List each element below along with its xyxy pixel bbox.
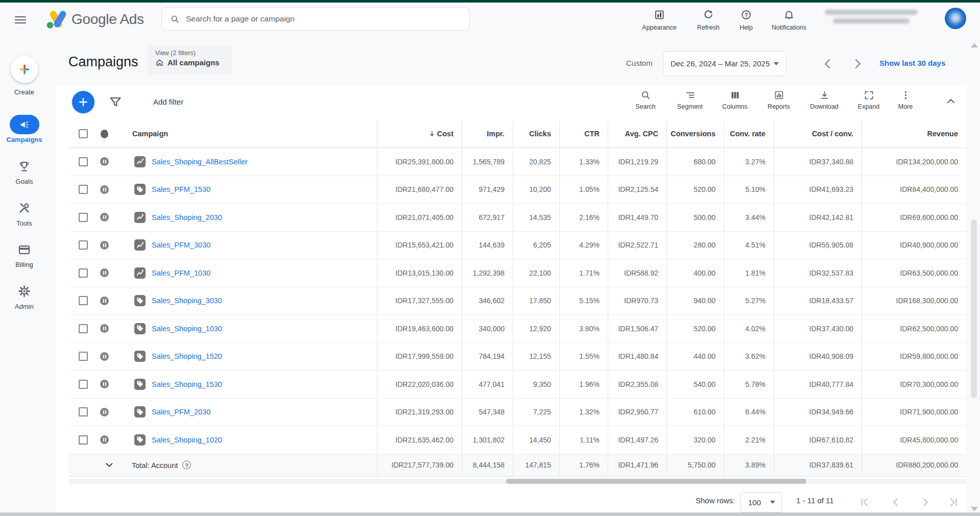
select-all-checkbox[interactable] (79, 129, 88, 138)
notifications-button[interactable]: Notifications (772, 9, 806, 31)
campaign-link[interactable]: Sales_Shoping_1520 (152, 352, 222, 360)
sidebar-item-campaigns[interactable] (10, 115, 39, 134)
global-search[interactable] (161, 7, 470, 31)
campaign-cell: Sales_Shoping_1530 (68, 371, 377, 398)
goals-trophy-icon[interactable] (17, 160, 31, 174)
date-prev-icon[interactable] (821, 57, 835, 71)
campaign-link[interactable]: Sales_PFM_2030 (152, 408, 210, 416)
toolbar-segment-button[interactable]: Segment (666, 90, 713, 110)
vertical-scrollbar[interactable] (971, 219, 977, 398)
row-checkbox[interactable] (79, 157, 88, 166)
metric-cell-5: 440.00 (666, 343, 724, 371)
appearance-button[interactable]: Appearance (642, 9, 676, 31)
campaign-link[interactable]: Sales_PFM_3030 (152, 241, 210, 249)
paused-status-icon[interactable] (100, 213, 109, 222)
row-checkbox[interactable] (79, 380, 88, 389)
campaign-link[interactable]: Sales_Shoping_AllBestSeller (152, 158, 248, 166)
column-header-cost-conv-[interactable]: Cost / conv. (774, 120, 862, 148)
paused-status-icon[interactable] (100, 297, 109, 305)
sidebar-item-create[interactable] (11, 56, 38, 83)
metric-cell-6: 4.02% (724, 315, 774, 342)
refresh-button[interactable]: Refresh (697, 9, 720, 31)
paused-status-icon[interactable] (100, 324, 109, 333)
toolbar-download-button[interactable]: Download (801, 90, 848, 110)
table-header-row: CampaignCostImpr.ClicksCTRAvg. CPCConver… (68, 120, 966, 148)
row-checkbox[interactable] (79, 213, 88, 222)
filter-funnel-icon[interactable] (108, 94, 123, 110)
shopping-campaign-icon (134, 323, 146, 334)
show-last-30-days-link[interactable]: Show last 30 days (879, 59, 945, 67)
campaign-link[interactable]: Sales_Shoping_1020 (152, 436, 222, 444)
row-checkbox[interactable] (79, 352, 88, 361)
tools-icon[interactable] (17, 201, 31, 215)
collapse-panel-icon[interactable] (944, 94, 958, 108)
paused-status-icon[interactable] (100, 185, 109, 194)
paused-status-icon[interactable] (100, 157, 109, 166)
campaign-link[interactable]: Sales_Shoping_3030 (152, 297, 222, 305)
admin-gear-icon[interactable] (17, 284, 31, 298)
column-header-cost[interactable]: Cost (377, 120, 462, 148)
first-page-icon[interactable] (858, 496, 871, 509)
toolbar-reports-button[interactable]: Reports (755, 90, 802, 110)
table-row: Sales_Shoping_3030IDR17,327,555.00346,60… (68, 287, 966, 315)
paused-status-icon[interactable] (100, 435, 109, 444)
total-metric-cell-4: IDR1,471.96 (608, 454, 666, 476)
column-header-impr-[interactable]: Impr. (462, 120, 513, 148)
toolbar-more-button[interactable]: More (882, 90, 929, 110)
last-page-icon[interactable] (947, 496, 960, 509)
next-page-icon[interactable] (919, 496, 932, 509)
add-campaign-button[interactable] (72, 91, 94, 113)
add-filter-button[interactable]: Add filter (153, 97, 183, 106)
table-row: Sales_Shoping_2030IDR21,071,405.00672,91… (68, 204, 966, 232)
row-checkbox[interactable] (79, 324, 88, 333)
scrollbar-down-icon[interactable] (971, 507, 978, 511)
account-info-redacted[interactable] (825, 10, 918, 28)
campaign-link[interactable]: Sales_Shoping_1030 (152, 325, 222, 333)
date-range-picker[interactable]: Dec 26, 2024 – Mar 25, 2025 (663, 51, 786, 76)
metric-cell-2: 10,200 (513, 176, 559, 204)
column-header-clicks[interactable]: Clicks (513, 120, 559, 148)
expand-icon (864, 90, 874, 101)
row-checkbox[interactable] (79, 296, 88, 305)
paused-status-icon[interactable] (100, 408, 109, 416)
scrollbar-up-icon[interactable] (971, 43, 978, 47)
view-filter-chip[interactable]: View (2 filters) All campaigns (148, 45, 232, 75)
campaign-link[interactable]: Sales_Shoping_2030 (152, 213, 222, 222)
paused-status-icon[interactable] (100, 380, 109, 388)
column-header-conversions[interactable]: Conversions (666, 120, 724, 148)
column-header-avg-cpc[interactable]: Avg. CPC (608, 120, 666, 148)
metric-cell-5: 320.00 (666, 426, 724, 454)
prev-page-icon[interactable] (889, 496, 902, 509)
avatar[interactable] (945, 8, 966, 29)
campaign-link[interactable]: Sales_PFM_1030 (152, 269, 210, 277)
menu-icon[interactable] (14, 14, 27, 24)
metric-cell-0: IDR13,015,130.00 (377, 259, 462, 287)
toolbar-columns-button[interactable]: Columns (711, 90, 758, 110)
campaigns-megaphone-icon (19, 119, 30, 130)
column-header-revenue[interactable]: Revenue (862, 120, 966, 148)
horizontal-scrollbar-thumb[interactable] (506, 479, 806, 484)
paused-status-icon[interactable] (100, 268, 109, 277)
metric-cell-2: 12,155 (513, 343, 559, 371)
column-header-ctr[interactable]: CTR (559, 120, 608, 148)
row-checkbox[interactable] (79, 268, 88, 278)
show-rows-select[interactable]: 100 (740, 492, 782, 512)
row-checkbox[interactable] (79, 185, 88, 194)
row-checkbox[interactable] (79, 240, 88, 250)
help-button[interactable]: ?Help (739, 9, 753, 31)
expand-total-chevron-icon[interactable] (103, 459, 115, 471)
column-header-campaign[interactable]: Campaign (68, 120, 377, 148)
campaign-link[interactable]: Sales_PFM_1530 (152, 185, 210, 193)
plus-icon (78, 96, 89, 108)
row-checkbox[interactable] (79, 435, 88, 445)
column-header-conv-rate[interactable]: Conv. rate (724, 120, 774, 148)
campaign-link[interactable]: Sales_Shoping_1530 (152, 380, 222, 388)
toolbar-search-button[interactable]: Search (622, 90, 669, 110)
paused-status-icon[interactable] (100, 352, 109, 361)
date-next-icon[interactable] (850, 57, 865, 71)
billing-card-icon[interactable] (17, 243, 31, 257)
global-search-input[interactable] (186, 14, 461, 23)
paused-status-icon[interactable] (100, 241, 109, 250)
help-circle-icon[interactable]: ? (182, 461, 191, 470)
row-checkbox[interactable] (79, 407, 88, 416)
